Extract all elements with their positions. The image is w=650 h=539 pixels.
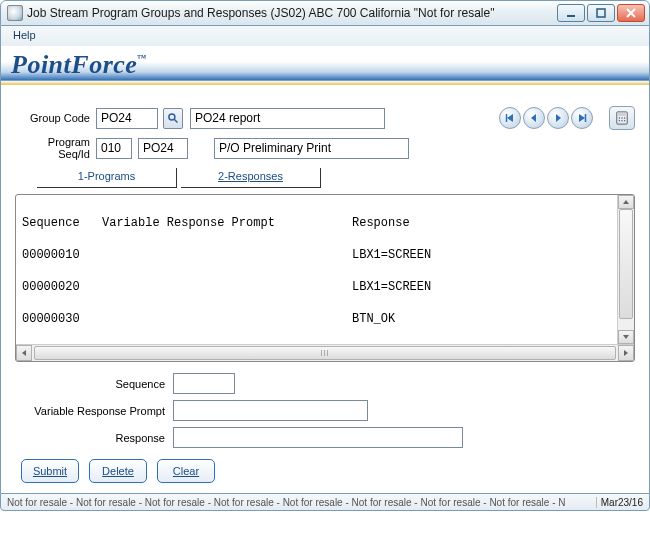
program-id-input[interactable] [138,138,188,159]
delete-button[interactable]: Delete [89,459,147,483]
svg-point-4 [169,114,175,120]
form-resp-label: Response [15,432,165,444]
svg-marker-20 [623,200,629,204]
scroll-right-icon[interactable] [618,345,634,361]
nav-prev-button[interactable] [523,107,545,129]
brand-logo: PointForce™ [11,50,147,79]
button-row: Submit Delete Clear [7,451,643,493]
app-icon [7,5,23,21]
svg-marker-21 [623,335,629,339]
window-controls [557,4,645,22]
svg-rect-13 [618,113,626,116]
svg-line-5 [175,120,178,123]
content-area: Group Code Program Seq/Id 1-Programs 2-R… [0,98,650,493]
close-button[interactable] [617,4,645,22]
brand-band: PointForce™ [0,46,650,98]
svg-marker-6 [507,114,513,122]
window-title: Job Stream Program Groups and Responses … [27,6,557,20]
vertical-scrollbar[interactable] [617,195,634,344]
tab-responses[interactable]: 2-Responses [181,168,321,188]
svg-point-16 [624,117,625,118]
group-code-label: Group Code [15,112,90,124]
svg-point-19 [624,120,625,121]
responses-table: SequenceVariable Response PromptResponse… [15,194,635,362]
table-row[interactable]: 00000010LBX1=SCREEN [22,247,611,263]
table-row[interactable]: 00000030BTN_OK [22,311,611,327]
form-seq-label: Sequence [15,378,165,390]
nav-buttons [499,107,593,129]
svg-marker-10 [579,114,585,122]
table-body[interactable]: SequenceVariable Response PromptResponse… [16,195,617,344]
svg-marker-9 [556,114,561,122]
group-code-lookup-button[interactable] [163,108,183,129]
group-row: Group Code [7,98,643,132]
svg-point-15 [621,117,622,118]
nav-last-button[interactable] [571,107,593,129]
menu-bar: Help [0,26,650,46]
nav-next-button[interactable] [547,107,569,129]
form-seq-row: Sequence [7,370,643,397]
col-sequence: Sequence [22,215,102,231]
form-prompt-label: Variable Response Prompt [15,405,165,417]
brand-tm: ™ [137,53,147,63]
group-code-input[interactable] [96,108,158,129]
scroll-down-icon[interactable] [618,330,634,344]
form-seq-input[interactable] [173,373,235,394]
program-seq-input[interactable] [96,138,132,159]
hscroll-thumb[interactable] [34,346,616,360]
clear-button[interactable]: Clear [157,459,215,483]
brand-name: PointForce [11,50,137,79]
scroll-thumb[interactable] [619,209,633,319]
status-bar: Not for resale - Not for resale - Not fo… [0,493,650,511]
scroll-left-icon[interactable] [16,345,32,361]
maximize-button[interactable] [587,4,615,22]
program-seq-label: Program Seq/Id [15,136,90,160]
calculator-icon [615,111,629,125]
scroll-up-icon[interactable] [618,195,634,209]
svg-point-14 [619,117,620,118]
horizontal-scrollbar[interactable] [16,344,634,361]
form-prompt-row: Variable Response Prompt [7,397,643,424]
status-date: Mar23/16 [596,497,643,508]
svg-point-18 [621,120,622,121]
calc-button[interactable] [609,106,635,130]
svg-marker-8 [531,114,536,122]
program-row: Program Seq/Id [7,132,643,162]
table-row[interactable]: 00000020LBX1=SCREEN [22,279,611,295]
table-header: SequenceVariable Response PromptResponse [22,215,611,231]
search-icon [167,112,179,124]
form-prompt-input[interactable] [173,400,368,421]
tab-programs[interactable]: 1-Programs [37,168,177,188]
group-desc-input[interactable] [190,108,385,129]
minimize-button[interactable] [557,4,585,22]
nav-first-button[interactable] [499,107,521,129]
svg-marker-22 [22,350,26,356]
svg-rect-1 [597,9,605,17]
svg-point-17 [619,120,620,121]
svg-marker-23 [624,350,628,356]
form-resp-row: Response [7,424,643,451]
form-resp-input[interactable] [173,427,463,448]
menu-help[interactable]: Help [7,28,42,42]
status-text: Not for resale - Not for resale - Not fo… [7,497,566,508]
tab-strip: 1-Programs 2-Responses [7,162,643,188]
submit-button[interactable]: Submit [21,459,79,483]
program-desc-input[interactable] [214,138,409,159]
col-response: Response [352,215,611,231]
title-bar: Job Stream Program Groups and Responses … [0,0,650,26]
col-prompt: Variable Response Prompt [102,215,352,231]
